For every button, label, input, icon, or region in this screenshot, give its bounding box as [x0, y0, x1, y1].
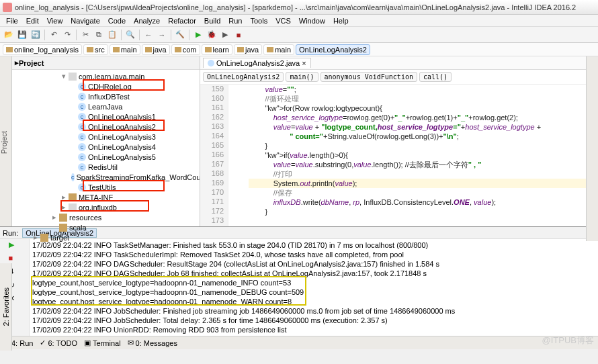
save-icon[interactable]: 💾: [16, 29, 28, 41]
status-bar: ▶4: Run ✓6: TODO ▣Terminal ✉0: Messages: [0, 336, 598, 349]
file-tab[interactable]: OnLineLogAnalysis2.java ×: [203, 58, 311, 68]
editor-tabs[interactable]: OnLineLogAnalysis2.java ×: [200, 56, 598, 70]
menu-vcs[interactable]: VCS: [272, 16, 294, 26]
title-bar: online_log_analysis - [C:\Users\jpwu\Ide…: [0, 0, 598, 15]
tree-node[interactable]: cInfluxDBTest: [12, 91, 200, 101]
menu-file[interactable]: File: [3, 16, 22, 26]
menu-view[interactable]: View: [44, 16, 67, 26]
highlight-box: [31, 276, 306, 306]
status-terminal[interactable]: ▣Terminal: [84, 338, 121, 347]
editor-crumb[interactable]: anonymous VoidFunction: [321, 72, 417, 82]
project-tool-window: ▸ Project ▾com.learn.java.maincCDHRoleLo…: [12, 56, 200, 226]
menu-refactor[interactable]: Refactor: [165, 16, 200, 26]
crumb[interactable]: main: [263, 44, 294, 55]
crumb[interactable]: main: [110, 44, 140, 55]
tree-node[interactable]: cRedisUtil: [12, 162, 200, 172]
app-icon: [3, 3, 12, 12]
close-tab-icon[interactable]: ×: [302, 59, 306, 67]
tree-node[interactable]: ▸org.influxdb: [12, 202, 200, 212]
paste-icon[interactable]: 📋: [106, 29, 118, 41]
watermark: @ITPUB博客: [542, 334, 594, 347]
project-tree[interactable]: ▾com.learn.java.maincCDHRoleLogcInfluxDB…: [12, 70, 200, 244]
tree-node[interactable]: scala: [12, 222, 200, 232]
tree-node[interactable]: cOnLineLogAnalysis1: [12, 111, 200, 122]
crumb[interactable]: com: [171, 44, 200, 55]
console-line: 17/02/09 22:04:22 INFO UnionRDD: Removin…: [32, 325, 595, 334]
window-title: online_log_analysis - [C:\Users\jpwu\Ide…: [15, 3, 576, 11]
stop-icon[interactable]: ■: [232, 29, 245, 41]
editor-breadcrumbs[interactable]: OnLineLogAnalysis2main()anonymous VoidFu…: [200, 70, 598, 85]
undo-icon[interactable]: ↶: [48, 29, 60, 41]
forward-icon[interactable]: →: [156, 29, 168, 41]
menu-bar: FileEditViewNavigateCodeAnalyzeRefactorB…: [0, 15, 598, 27]
menu-analyze[interactable]: Analyze: [130, 16, 163, 26]
console-line: 17/02/09 22:04:22 INFO TaskSetManager: F…: [32, 240, 595, 250]
debug-icon[interactable]: 🐞: [206, 29, 218, 41]
tree-node[interactable]: cOnLineLogAnalysis4: [12, 142, 200, 152]
tree-node[interactable]: cSparkStreamingFromKafka_WordCount: [12, 172, 200, 182]
back-icon[interactable]: ←: [142, 29, 155, 41]
menu-window[interactable]: Window: [296, 16, 329, 26]
project-tab[interactable]: Project: [0, 131, 8, 154]
editor-crumb[interactable]: call(): [419, 72, 452, 82]
favorites-tab[interactable]: 2: Favorites: [0, 263, 12, 351]
left-side-tabs[interactable]: Project Z: Structure: [0, 56, 12, 226]
tree-node[interactable]: ▸resources: [12, 212, 200, 222]
console-line: 17/02/09 22:04:22 INFO JobScheduler: Tot…: [32, 316, 595, 325]
build-icon[interactable]: 🔨: [174, 29, 186, 41]
run-tool-window: Run: OnLineLogAnalysis2 ▶ ■ ⬇ ↻ ✕ 17/02/…: [0, 226, 598, 336]
copy-icon[interactable]: ⧉: [93, 29, 105, 41]
editor-area: OnLineLogAnalysis2.java × OnLineLogAnaly…: [200, 56, 598, 226]
file-tab-label: OnLineLogAnalysis2.java: [216, 59, 300, 67]
run-icon[interactable]: ▶: [192, 29, 204, 41]
menu-run[interactable]: Run: [225, 16, 245, 26]
console-line: 17/02/09 22:04:22 INFO TaskSchedulerImpl…: [32, 250, 595, 259]
right-side-tabs[interactable]: [586, 56, 598, 241]
console-line: 17/02/09 22:04:22 INFO JobScheduler: Fin…: [32, 306, 595, 316]
crumb[interactable]: online_log_analysis: [3, 44, 82, 55]
tree-node[interactable]: ▸META-INF: [12, 192, 200, 202]
find-icon[interactable]: 🔍: [124, 29, 136, 41]
code-editor[interactable]: 1591601611621631641651661671681691701711…: [200, 85, 598, 226]
crumb[interactable]: java: [142, 44, 170, 55]
editor-crumb[interactable]: OnLineLogAnalysis2: [203, 72, 284, 82]
line-gutter[interactable]: 1591601611621631641651661671681691701711…: [200, 85, 228, 226]
sync-icon[interactable]: 🔄: [30, 29, 42, 41]
status-todo[interactable]: ✓6: TODO: [40, 338, 77, 347]
code-content[interactable]: value=""; //循环处理 "kw">for(Row rowlog:log…: [228, 85, 598, 226]
tree-node[interactable]: cOnLineLogAnalysis3: [12, 132, 200, 142]
breadcrumb-bar: online_log_analysissrcmainjavacomlearnja…: [0, 43, 598, 56]
open-icon[interactable]: 📂: [3, 29, 15, 41]
tree-node[interactable]: ▾com.learn.java.main: [12, 71, 200, 81]
menu-tools[interactable]: Tools: [247, 16, 271, 26]
console-line: 17/02/09 22:04:22 INFO DAGScheduler: Res…: [32, 259, 595, 269]
menu-edit[interactable]: Edit: [23, 16, 42, 26]
crumb[interactable]: learn: [202, 44, 232, 55]
tree-node[interactable]: cOnLineLogAnalysis5: [12, 152, 200, 162]
project-header[interactable]: ▸ Project: [12, 56, 200, 70]
tree-node[interactable]: cOnLineLogAnalysis2: [12, 122, 200, 132]
menu-build[interactable]: Build: [201, 16, 224, 26]
menu-code[interactable]: Code: [105, 16, 129, 26]
class-icon: [208, 60, 214, 66]
console-output[interactable]: 17/02/09 22:04:22 INFO TaskSetManager: F…: [30, 239, 598, 336]
menu-help[interactable]: Help: [330, 16, 352, 26]
cut-icon[interactable]: ✂: [79, 29, 91, 41]
crumb[interactable]: OnLineLogAnalysis2: [296, 44, 370, 55]
crumb[interactable]: java: [234, 44, 262, 55]
coverage-icon[interactable]: ▶: [219, 29, 231, 41]
main-toolbar: 📂 💾 🔄 ↶ ↷ ✂ ⧉ 📋 🔍 ← → 🔨 ▶ 🐞 ▶ ■: [0, 27, 598, 43]
menu-navigate[interactable]: Navigate: [67, 16, 103, 26]
crumb[interactable]: src: [83, 44, 108, 55]
tree-node[interactable]: cCDHRoleLog: [12, 81, 200, 91]
tree-node[interactable]: cLearnJava: [12, 101, 200, 111]
status-messages[interactable]: ✉0: Messages: [128, 338, 177, 347]
editor-crumb[interactable]: main(): [286, 72, 318, 82]
tree-node[interactable]: cTestUtils: [12, 182, 200, 192]
redo-icon[interactable]: ↷: [61, 29, 73, 41]
